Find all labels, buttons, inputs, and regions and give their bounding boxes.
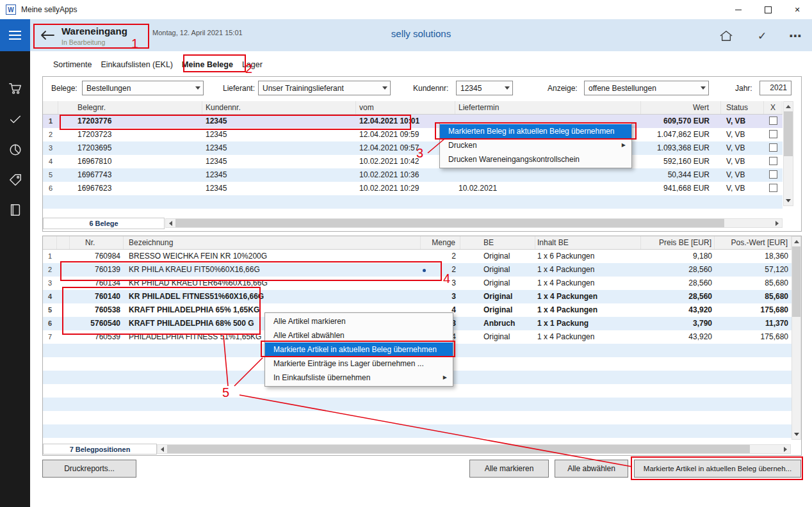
tab[interactable]: Meine Belege [182,56,233,73]
column-header-be[interactable]: BE [460,236,535,249]
cell-kundennr: 12345 [202,115,356,128]
alle-abwaehlen-button[interactable]: Alle abwählen [555,460,628,478]
filter-label-kundennr: Kundennr: [413,84,448,93]
row-checkbox[interactable] [769,130,777,138]
context-menu-item[interactable]: Drucken [440,138,631,152]
column-header-bezeichnung[interactable]: Bezeichnung [124,236,421,249]
tab[interactable]: Lager [242,56,263,73]
check-icon[interactable] [0,105,30,133]
scroll-left-icon[interactable] [166,219,175,227]
scroll-down-icon[interactable] [784,196,793,205]
column-header-wert[interactable]: Wert [641,101,721,114]
book-icon[interactable] [0,196,30,224]
tag-icon[interactable] [0,166,30,194]
cell-kundennr: 12345 [202,168,356,182]
scroll-thumb[interactable] [175,219,724,227]
column-header-liefertermin[interactable]: Liefertermin [455,101,641,114]
row-checkbox[interactable] [769,143,777,152]
column-header-pos-wert[interactable]: Pos.-Wert [EUR] [715,236,792,249]
row-number: 2 [43,263,57,277]
belege-vertical-scrollbar[interactable] [783,101,793,206]
settings-gear-icon[interactable] [0,498,30,507]
beleg-row[interactable]: 5 16967743 12345 10.02.2021 10:36 50,344… [43,168,783,182]
cell-bezeichnung: KR PHILA KRAEU FIT50%60X16,66G [124,263,421,277]
column-header-menge[interactable]: Menge [421,236,460,249]
beleg-row[interactable]: 1 17203776 12345 12.04.2021 10:01 609,57… [43,115,783,128]
column-header-status[interactable]: Status [721,101,764,114]
row-checkbox[interactable] [769,170,777,179]
beleg-row[interactable]: 4 16967810 12345 10.02.2021 10:42 592,16… [43,155,783,168]
cell-preis-be: 28,560 [641,263,715,277]
cell-belegnr: 16967623 [58,182,202,195]
scroll-thumb[interactable] [792,246,800,317]
row-checkbox[interactable] [769,184,777,192]
beleg-row[interactable]: 6 16967623 12345 10.02.2021 10:29 10.02.… [43,182,783,195]
scroll-right-icon[interactable] [772,219,782,227]
cell-belegnr: 17203723 [58,128,202,141]
context-menu-item[interactable]: Drucken Wareneingangskontrollschein [440,152,631,166]
lieferant-dropdown[interactable]: Unser Trainingslieferant [258,81,391,95]
scroll-thumb[interactable] [784,111,793,156]
scroll-right-icon[interactable] [781,445,790,453]
positionen-vertical-scrollbar[interactable] [792,236,801,440]
confirm-check-icon[interactable] [753,28,771,44]
artikel-row[interactable]: 4 760140 KR PHILADEL FITNES51%60X16,66G … [43,290,792,303]
pie-chart-icon[interactable] [0,136,30,164]
row-checkbox[interactable] [769,117,777,125]
positionen-horizontal-scrollbar[interactable] [157,444,791,454]
beleg-row[interactable]: 3 17203695 12345 12.04.2021 09:57 1.093,… [43,141,783,155]
alle-markieren-button[interactable]: Alle markieren [469,460,549,478]
cell-preis-be: 43,920 [641,303,715,317]
column-header-x[interactable]: X [764,101,783,114]
context-menu-item[interactable]: Markierten Beleg in aktuellen Beleg über… [440,124,631,138]
kundennr-dropdown[interactable]: 12345 [456,81,513,95]
column-header-inhalt-be[interactable]: Inhalt BE [535,236,641,249]
context-menu-item[interactable]: Alle Artikel abwählen [265,328,453,342]
cell-be: Original [460,330,535,344]
column-header-nr[interactable]: Nr. [70,236,124,249]
row-checkbox[interactable] [769,157,777,165]
artikel-row[interactable]: 1 760984 BRESSO WEICHKA FEIN KR 10%200G … [43,250,792,263]
scroll-thumb[interactable] [167,445,750,453]
anzeige-dropdown[interactable]: offene Bestellungen [584,81,709,95]
column-header-belegnr[interactable]: Belegnr. [58,101,202,114]
column-header-preis-be[interactable]: Preis BE [EUR] [641,236,715,249]
row-number: 5 [43,303,57,317]
jahr-input[interactable]: 2021 [759,81,792,95]
belege-horizontal-scrollbar[interactable] [165,218,783,228]
cell-menge: 2 [421,250,460,263]
column-header-kundennr[interactable]: Kundennr. [202,101,356,114]
uebernehmen-button[interactable]: Markierte Artikel in aktuellen Beleg übe… [634,460,801,478]
tab[interactable]: Sortimente [53,56,92,73]
belege-table-body: 1 17203776 12345 12.04.2021 10:01 609,57… [43,115,783,215]
scroll-left-icon[interactable] [158,445,167,453]
more-menu-icon[interactable] [786,28,804,44]
cell-marker [57,290,70,303]
close-icon[interactable] [783,0,812,19]
context-menu-item[interactable]: Markierte Einträge ins Lager übernehmen … [265,357,453,371]
back-arrow-icon[interactable] [39,28,56,43]
scroll-up-icon[interactable] [784,102,793,111]
beleg-row[interactable]: 2 17203723 12345 12.04.2021 09:59 1.047,… [43,128,783,141]
context-menu-item[interactable]: Alle Artikel markieren [265,314,453,328]
context-menu-item[interactable]: In Einkaufsliste übernehmen [265,371,453,385]
cart-icon[interactable] [0,74,30,102]
scroll-up-icon[interactable] [792,237,800,246]
home-icon[interactable] [717,28,735,44]
scroll-down-icon[interactable] [792,430,800,439]
dropdown-arrow-icon [379,86,390,90]
row-number: 4 [43,155,58,168]
context-menu-item[interactable]: Markierte Artikel in aktuellen Beleg übe… [265,342,453,357]
artikel-row[interactable]: 2 760139 KR PHILA KRAEU FIT50%60X16,66G … [43,263,792,277]
belege-dropdown[interactable]: Bestellungen [82,81,204,95]
hamburger-menu-icon[interactable] [0,19,30,51]
maximize-icon[interactable] [753,0,783,19]
minimize-icon[interactable] [724,0,753,19]
cell-pos-wert: 175,680 [715,303,792,317]
druckreports-button[interactable]: Druckreports... [42,460,136,478]
column-header-vom[interactable]: vom [356,101,455,114]
artikel-row[interactable]: 3 760134 KR PHILAD KRAEUTER64%60X16,66G … [43,277,792,290]
cell-status: V, VB [721,128,764,141]
tab[interactable]: Einkaufslisten (EKL) [101,56,173,73]
cell-be: Original [460,303,535,317]
